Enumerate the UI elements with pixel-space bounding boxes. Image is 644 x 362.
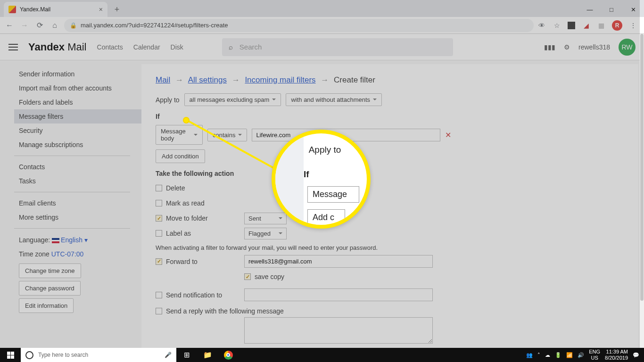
chrome-icon[interactable] [218, 348, 239, 362]
reply-textarea[interactable] [244, 317, 433, 344]
sidebar-item-security[interactable]: Security [14, 123, 141, 138]
extension-icon-2[interactable]: ◢ [582, 21, 590, 30]
nav-disk[interactable]: Disk [171, 43, 183, 51]
url-field[interactable]: 🔒 mail.yandex.com/?uid=922741224#setup/f… [64, 19, 534, 32]
language-row: Language: English ▾ [14, 232, 141, 247]
browser-tab[interactable]: Yandex.Mail × [4, 2, 107, 17]
themes-icon[interactable]: ▮▮▮ [544, 43, 555, 51]
browser-menu-icon[interactable]: ⋮ [629, 21, 637, 30]
add-condition-button[interactable]: Add condition [156, 149, 205, 163]
action-delete[interactable]: Delete [156, 182, 244, 194]
browser-address-bar: ← → ⟳ ⌂ 🔒 mail.yandex.com/?uid=922741224… [0, 17, 644, 34]
star-icon[interactable]: ☆ [553, 21, 561, 30]
search-box[interactable]: ⌕ Search [222, 38, 453, 56]
tab-close-icon[interactable]: × [99, 6, 103, 13]
task-view-icon[interactable]: ⊞ [176, 348, 197, 362]
username[interactable]: rewells318 [578, 43, 610, 51]
sidebar-item-filters[interactable]: Message filters [14, 109, 141, 123]
sidebar-item-email-clients[interactable]: Email clients [14, 196, 141, 210]
mic-icon[interactable]: 🎤 [165, 352, 172, 358]
profile-icon[interactable]: R [612, 20, 622, 31]
eye-icon[interactable]: 👁 [537, 21, 546, 30]
taskbar-search[interactable]: Type here to search 🎤 [21, 348, 176, 362]
crumb-mail[interactable]: Mail [156, 75, 170, 84]
action-forward[interactable]: Forward to [156, 255, 244, 268]
extension-icon-3[interactable]: ▦ [597, 21, 605, 30]
sidebar-item-import-mail[interactable]: Import mail from other accounts [14, 81, 141, 95]
close-window-button[interactable]: ✕ [622, 2, 644, 17]
sidebar-item-subscriptions[interactable]: Manage subscriptions [14, 138, 141, 152]
callout-dot [183, 117, 190, 123]
if-label: If [156, 113, 624, 120]
maximize-button[interactable]: □ [601, 2, 622, 17]
cortana-icon [25, 351, 33, 359]
save-copy-checkbox[interactable]: save copy [244, 271, 624, 283]
condition-operator-dropdown[interactable]: contains [207, 129, 247, 141]
system-tray: 👥 ˄ ☁ 🔋 📶 🔊 ENGUS 11:39 AM8/20/2019 💬 [526, 349, 644, 361]
sidebar-item-sender-info[interactable]: Sender information [14, 67, 141, 81]
apply-attachment-dropdown[interactable]: with and without attachments [286, 93, 382, 106]
forward-email-input[interactable] [244, 255, 433, 268]
notifications-icon[interactable]: 💬 [633, 352, 639, 358]
change-timezone-button[interactable]: Change time zone [19, 263, 81, 278]
url-text: mail.yandex.com/?uid=922741224#setup/fil… [81, 22, 228, 29]
action-label-as[interactable]: Label as [156, 227, 244, 239]
condition-field-dropdown[interactable]: Message body [156, 125, 203, 145]
edit-information-button[interactable]: Edit information [19, 298, 74, 313]
clock[interactable]: 11:39 AM8/20/2019 [605, 349, 628, 361]
windows-taskbar: Type here to search 🎤 ⊞ 📁 👥 ˄ ☁ 🔋 📶 🔊 EN… [0, 348, 644, 362]
back-button[interactable]: ← [4, 20, 15, 31]
logo[interactable]: Yandex Mail [28, 41, 87, 53]
avatar[interactable]: RW [619, 39, 636, 56]
action-mark-read[interactable]: Mark as read [156, 197, 244, 209]
gear-icon[interactable]: ⚙ [564, 43, 570, 51]
action-notify[interactable]: Send notification to [156, 289, 244, 301]
volume-icon[interactable]: 🔊 [578, 352, 584, 358]
nav-contacts[interactable]: Contacts [97, 43, 123, 51]
people-icon[interactable]: 👥 [526, 352, 533, 358]
reload-button[interactable]: ⟳ [34, 20, 45, 31]
tray-up-icon[interactable]: ˄ [537, 352, 540, 358]
scrollbar-thumb[interactable] [640, 34, 644, 301]
scrollbar[interactable] [640, 34, 644, 348]
sidebar-item-tasks[interactable]: Tasks [14, 174, 141, 188]
action-move-folder[interactable]: Move to folder [156, 212, 244, 224]
extension-icon-1[interactable] [568, 22, 575, 29]
timezone-row: Time zone UTC-07:00 [14, 247, 141, 261]
flag-icon [52, 238, 59, 243]
move-folder-dropdown[interactable]: Sent [244, 213, 287, 224]
onedrive-icon[interactable]: ☁ [545, 352, 550, 358]
language-link[interactable]: English ▾ [61, 236, 88, 244]
apply-to-label: Apply to [156, 96, 180, 104]
new-tab-button[interactable]: + [110, 3, 124, 16]
home-button[interactable]: ⌂ [49, 20, 60, 31]
sidebar-item-more[interactable]: More settings [14, 210, 141, 224]
forward-button[interactable]: → [19, 20, 30, 31]
actions-heading: Take the following action [156, 170, 624, 177]
tab-favicon [8, 6, 16, 13]
nav-calendar[interactable]: Calendar [133, 43, 160, 51]
action-reply[interactable]: Send a reply with the following message [156, 305, 624, 317]
lock-icon: 🔒 [70, 22, 77, 29]
wifi-icon[interactable]: 📶 [566, 352, 573, 358]
label-dropdown[interactable]: Flagged [244, 228, 287, 239]
battery-icon[interactable]: 🔋 [555, 352, 561, 358]
language-indicator[interactable]: ENGUS [589, 349, 600, 361]
file-explorer-icon[interactable]: 📁 [197, 348, 218, 362]
settings-sidebar: Sender information Import mail from othe… [0, 60, 141, 348]
menu-icon[interactable] [8, 44, 18, 50]
apply-scope-dropdown[interactable]: all messages excluding spam [184, 93, 281, 106]
crumb-all-settings[interactable]: All settings [188, 75, 227, 84]
sidebar-item-contacts[interactable]: Contacts [14, 160, 141, 174]
delete-condition-icon[interactable]: ✕ [445, 131, 451, 140]
main-content: Mail → All settings → Incoming mail filt… [141, 64, 638, 348]
window-controls: — □ ✕ [579, 2, 644, 17]
change-password-button[interactable]: Change password [19, 281, 81, 296]
sidebar-item-folders[interactable]: Folders and labels [14, 95, 141, 109]
start-button[interactable] [0, 352, 21, 359]
minimize-button[interactable]: — [579, 2, 601, 17]
notify-input[interactable] [244, 288, 433, 301]
timezone-link[interactable]: UTC-07:00 [51, 250, 83, 258]
tab-title: Yandex.Mail [20, 6, 50, 13]
crumb-filters[interactable]: Incoming mail filters [245, 75, 315, 84]
